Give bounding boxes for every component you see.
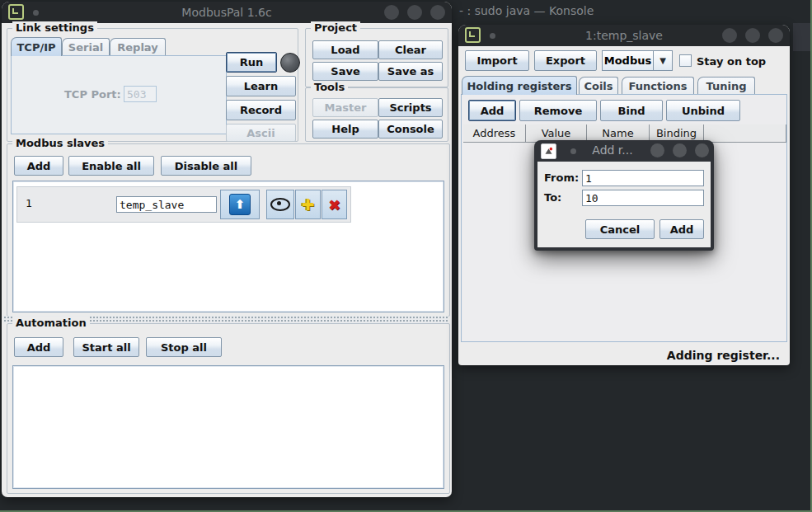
column-header-empty [704,124,786,143]
dialog-cancel-button[interactable]: Cancel [585,219,655,239]
disable-all-button[interactable]: Disable all [161,156,251,176]
close-button[interactable] [695,143,709,157]
tab-holding-registers[interactable]: Holding registers [462,76,577,95]
tcp-port-label: TCP Port: [64,88,121,101]
slave-name-input[interactable] [116,196,217,213]
temp-slave-titlebar[interactable]: 1:temp_slave [458,25,790,46]
modbus-slaves-title: Modbus slaves [12,137,108,149]
minimize-button[interactable] [722,28,737,43]
automation-list [12,365,444,489]
minimize-button[interactable] [650,143,664,157]
titlebar-dot-icon [570,148,576,154]
register-bind-button[interactable]: Bind [600,100,663,121]
automation-group: Automation Add Start all Stop all [7,323,450,494]
delete-x-icon: ✖ [328,196,340,214]
project-group: Project Load Clear Save Save as [305,28,448,87]
tcpip-panel: TCP Port: [11,55,227,134]
protocol-select[interactable]: Modbus ▼ [602,50,673,71]
save-button[interactable]: Save [312,62,378,81]
up-arrow-icon: ⬆ [229,194,251,215]
register-unbind-button[interactable]: Unbind [666,100,740,121]
dialog-icon [541,143,556,159]
slave-view-button[interactable] [266,190,294,219]
window-controls [384,5,445,20]
konsole-window-title: - : sudo java — Konsole [459,4,594,17]
stay-on-top-label: Stay on top [697,55,766,68]
start-all-button[interactable]: Start all [73,337,139,357]
tab-replay[interactable]: Replay [110,38,166,56]
stop-all-button[interactable]: Stop all [146,337,222,357]
maximize-button[interactable] [407,5,422,20]
eye-icon [270,198,290,211]
record-button[interactable]: Record [226,100,296,120]
slave-delete-button[interactable]: ✖ [322,190,347,219]
to-label: To: [544,191,561,204]
chevron-down-icon: ▼ [653,51,672,70]
save-as-button[interactable]: Save as [378,62,443,81]
slave-row: 1 ⬆ ✚ ✖ [16,186,351,223]
dialog-add-button[interactable]: Add [659,219,704,239]
tools-title: Tools [311,81,348,93]
window-controls [722,28,783,43]
tab-serial[interactable]: Serial [62,38,110,56]
modbus-slaves-group: Modbus slaves Add Enable all Disable all… [7,143,450,317]
stay-on-top-checkbox[interactable] [679,54,692,67]
run-led-icon [280,53,300,73]
tab-tcpip[interactable]: TCP/IP [11,37,62,56]
automation-add-button[interactable]: Add [14,337,63,357]
scripts-button[interactable]: Scripts [378,98,443,117]
slave-list: 1 ⬆ ✚ ✖ [12,181,444,312]
learn-button[interactable]: Learn [226,76,296,96]
slave-duplicate-button[interactable]: ✚ [295,190,321,219]
to-input[interactable] [582,190,704,206]
dialog-titlebar[interactable]: Add r... [534,140,714,162]
tab-coils[interactable]: Coils [579,77,618,95]
from-input[interactable] [582,170,704,186]
konsole-scrollbar[interactable] [793,23,811,51]
register-remove-button[interactable]: Remove [519,100,597,121]
add-registers-dialog: Add r... From: To: Cancel Add [534,140,714,251]
close-button[interactable] [430,5,445,20]
minimize-button[interactable] [384,5,399,20]
slave-add-button[interactable]: Add [14,156,63,176]
ascii-button[interactable]: Ascii [226,124,296,142]
tab-tuning[interactable]: Tuning [697,77,755,95]
maximize-button[interactable] [673,143,687,157]
run-button[interactable]: Run [226,52,277,73]
slave-id: 1 [26,197,32,209]
register-add-button[interactable]: Add [468,100,516,121]
tcp-port-input[interactable] [124,86,157,102]
console-button[interactable]: Console [378,120,443,139]
clear-button[interactable]: Clear [378,40,443,59]
automation-title: Automation [12,317,90,329]
help-button[interactable]: Help [312,120,378,139]
modbuspal-window: ModbusPal 1.6c Link settings TCP/IP Seri… [2,2,452,497]
load-button[interactable]: Load [312,40,378,59]
link-settings-title: Link settings [12,21,97,34]
master-button[interactable]: Master [312,98,378,117]
plus-icon: ✚ [302,195,315,214]
column-header-address[interactable]: Address [463,124,526,143]
dialog-title: Add r... [585,143,640,157]
maximize-button[interactable] [745,28,760,43]
project-title: Project [311,21,360,34]
export-button[interactable]: Export [534,50,597,71]
tools-group: Tools Master Scripts Help Console [305,87,448,142]
enable-all-button[interactable]: Enable all [68,156,154,176]
import-button[interactable]: Import [465,50,529,71]
from-label: From: [544,171,579,184]
status-text: Adding register... [667,349,780,362]
tab-functions[interactable]: Functions [622,77,694,95]
modbuspal-titlebar[interactable]: ModbusPal 1.6c [2,2,452,23]
slave-enabled-toggle[interactable]: ⬆ [220,190,260,219]
protocol-value: Modbus [603,51,653,70]
desktop: - : sudo java — Konsole ModbusPal 1.6c L… [0,0,812,512]
dialog-body: From: To: Cancel Add [537,162,711,247]
link-settings-group: Link settings TCP/IP Serial Replay TCP P… [7,28,298,142]
window-controls [650,143,709,157]
close-button[interactable] [768,28,783,43]
